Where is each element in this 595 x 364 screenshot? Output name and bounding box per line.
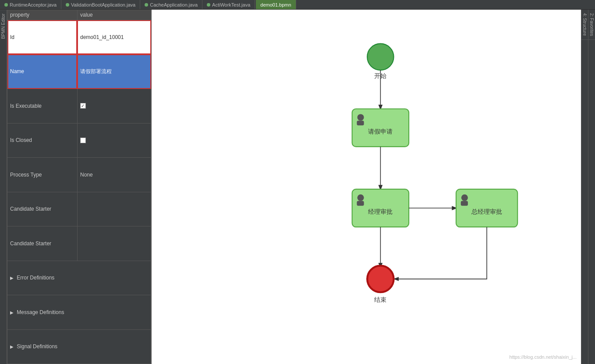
properties-panel: property value Id demo01_id_10001 Name 请…	[7, 10, 152, 364]
property-row-error-defs[interactable]: ▶ Error Definitions	[7, 261, 151, 295]
property-row-id: Id demo01_id_10001	[7, 20, 151, 55]
prop-value-name[interactable]: 请假部署流程	[77, 54, 151, 89]
expand-arrow-signal: ▶	[10, 344, 14, 349]
tab-cache-application[interactable]: CacheApplication.java	[140, 0, 202, 9]
prop-value-process-type[interactable]: None	[77, 158, 151, 192]
user-icon-task1	[358, 114, 364, 120]
task1-label: 请假申请	[368, 128, 393, 135]
prop-key-executable: Is Executable	[7, 89, 78, 124]
expand-arrow-message: ▶	[10, 310, 14, 315]
property-row-candidate-starter-1: Candidate Starter	[7, 192, 151, 226]
prop-key-candidate-starter-2: Candidate Starter	[7, 226, 78, 261]
user-icon-task2	[358, 194, 364, 201]
user-body-task3	[461, 201, 468, 206]
prop-key-candidate-starter-1: Candidate Starter	[7, 192, 78, 226]
tab-dot	[145, 3, 148, 7]
prop-value-candidate-starter-1[interactable]	[77, 192, 151, 226]
tab-dot	[66, 3, 69, 7]
task3-label: 总经理审批	[471, 208, 502, 215]
tab-runtime-acceptor[interactable]: RuntimeAcceptor.java	[0, 0, 61, 9]
tab-dot	[207, 3, 210, 7]
property-table: property value Id demo01_id_10001 Name 请…	[7, 10, 151, 364]
bpmn-diagram: 开始 请假申请 经理审批	[152, 10, 581, 364]
user-body-task2	[357, 201, 364, 206]
tab-validation-boot[interactable]: ValidationBootApplication.java	[61, 0, 140, 9]
user-icon-task3	[461, 194, 468, 201]
tab-bar: RuntimeAcceptor.java ValidationBootAppli…	[0, 0, 595, 10]
flow-task3-end	[395, 227, 487, 279]
property-row-name: Name 请假部署流程	[7, 54, 151, 89]
prop-key-id: Id	[7, 20, 78, 55]
user-body-task1	[357, 120, 364, 125]
favorites-panel: 2: Favorites	[588, 10, 595, 364]
col-value-header: value	[77, 10, 151, 20]
start-event	[367, 44, 393, 70]
tab-dot	[4, 3, 8, 7]
prop-key-message-defs[interactable]: ▶ Message Definitions	[7, 295, 151, 330]
prop-key-name: Name	[7, 54, 78, 89]
task2-label: 经理审批	[368, 208, 393, 215]
prop-value-id[interactable]: demo01_id_10001	[77, 20, 151, 55]
property-row-candidate-starter-2: Candidate Starter	[7, 226, 151, 261]
end-event	[367, 266, 393, 292]
bpmn-editor-tab[interactable]: BPMN Editor	[0, 10, 7, 42]
watermark: https://blog.csdn.net/shaixin_j...	[510, 354, 577, 360]
prop-key-process-type: Process Type	[7, 158, 78, 192]
tab-actiwork-test[interactable]: ActiWorkTest.java	[202, 0, 255, 9]
tab-demo01-bpmn[interactable]: demo01.bpmn	[256, 0, 296, 9]
structure-tab[interactable]: 4: Structure	[581, 10, 588, 40]
property-row-process-type: Process Type None	[7, 158, 151, 192]
expand-arrow-error: ▶	[10, 276, 14, 280]
checkbox-closed[interactable]	[80, 138, 86, 143]
property-row-signal-defs[interactable]: ▶ Signal Definitions	[7, 329, 151, 364]
col-property-header: property	[7, 10, 78, 20]
end-label: 结束	[374, 296, 386, 303]
property-row-message-defs[interactable]: ▶ Message Definitions	[7, 295, 151, 330]
checkbox-executable[interactable]: ✓	[80, 103, 86, 109]
prop-value-executable[interactable]: ✓	[77, 89, 151, 124]
prop-key-signal-defs[interactable]: ▶ Signal Definitions	[7, 329, 151, 364]
prop-key-closed: Is Closed	[7, 123, 78, 158]
prop-value-candidate-starter-2[interactable]	[77, 226, 151, 261]
left-edge-panel: BPMN Editor	[0, 10, 7, 364]
right-structure-panel: 4: Structure	[581, 10, 588, 364]
property-row-closed: Is Closed	[7, 123, 151, 158]
main-layout: BPMN Editor property value Id demo01_id_…	[0, 10, 595, 364]
bpmn-canvas-area[interactable]: 开始 请假申请 经理审批	[152, 10, 581, 364]
prop-key-error-defs[interactable]: ▶ Error Definitions	[7, 261, 151, 295]
prop-value-closed[interactable]	[77, 123, 151, 158]
property-row-executable: Is Executable ✓	[7, 89, 151, 124]
favorites-tab[interactable]: 2: Favorites	[588, 10, 595, 40]
